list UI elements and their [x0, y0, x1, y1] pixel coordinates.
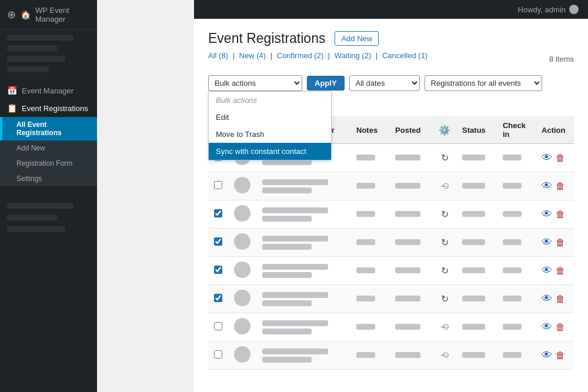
sidebar-item-event-manager[interactable]: 📅 Event Manager [0, 82, 97, 99]
status-ph [462, 239, 485, 245]
sidebar-item-event-registrations-label: Event Registrations [22, 104, 88, 113]
col-header-posted: Posted [389, 116, 433, 144]
cancelled-filter-link[interactable]: Cancelled (1) [382, 51, 427, 60]
sidebar-item-registration-form[interactable]: Registration Form [0, 156, 97, 171]
view-icon[interactable]: 👁 [542, 208, 552, 220]
row-checkbox[interactable] [214, 294, 222, 302]
notes-ph [356, 239, 375, 245]
sidebar-submenu: All Event Registrations Add New Registra… [0, 117, 97, 186]
sidebar-bottom-placeholders [0, 196, 97, 244]
view-icon[interactable]: 👁 [542, 180, 552, 192]
checkin-ph [503, 267, 522, 273]
sidebar-item-all-registrations[interactable]: All Event Registrations [0, 117, 97, 140]
action-icons: 👁🗑 [542, 349, 568, 361]
event-detail-ph [262, 272, 312, 278]
dd-sync-constant-item[interactable]: Sync with constant contact [209, 143, 331, 160]
row-checkbox[interactable] [214, 209, 222, 217]
avatar [234, 177, 250, 193]
delete-icon[interactable]: 🗑 [556, 209, 565, 220]
sidebar-ph-b1 [7, 203, 74, 209]
notes-ph [356, 267, 375, 273]
status-ph [462, 155, 485, 160]
col-header-checkin: Check in [497, 116, 536, 144]
posted-ph [395, 211, 420, 217]
user-avatar [569, 5, 579, 14]
delete-icon[interactable]: 🗑 [556, 237, 565, 248]
all-filter-link[interactable]: All (8) [208, 51, 228, 60]
view-icon[interactable]: 👁 [542, 293, 552, 305]
sidebar-item-event-registrations[interactable]: 📋 Event Registrations [0, 99, 97, 117]
row-checkbox[interactable] [214, 322, 222, 330]
status-ph [462, 267, 485, 273]
view-icon[interactable]: 👁 [542, 321, 552, 333]
dd-move-trash-item[interactable]: Move to Trash [209, 126, 331, 143]
status-ph [462, 352, 485, 358]
notes-ph [356, 155, 375, 160]
event-name-ph [262, 179, 328, 185]
avatar [234, 233, 250, 250]
table-row: ⟲👁🗑 [208, 313, 574, 341]
status-filter-nav: All (8) | New (4) | Confirmed (2) | Wait… [208, 51, 427, 60]
view-icon[interactable]: 👁 [542, 264, 552, 277]
delete-icon[interactable]: 🗑 [556, 322, 565, 333]
sidebar-ph-4 [7, 66, 49, 72]
waiting-filter-link[interactable]: Waiting (2) [335, 51, 371, 60]
sidebar-ph-2 [7, 45, 57, 51]
page-content: Event Registrations Add New All (8) | Ne… [194, 19, 588, 392]
site-name[interactable]: WP Event Manager [35, 6, 90, 24]
delete-icon[interactable]: 🗑 [556, 266, 565, 276]
dd-bulk-actions-header: Bulk actions [209, 92, 331, 109]
event-filter-select[interactable]: Registrations for all events [425, 75, 542, 91]
view-icon[interactable]: 👁 [542, 349, 552, 361]
action-icons: 👁🗑 [542, 180, 568, 192]
status-ph [462, 183, 485, 189]
view-icon[interactable]: 👁 [542, 236, 552, 249]
sync-icon: ↻ [441, 266, 449, 276]
table-row: ↻👁🗑 [208, 229, 574, 257]
bulk-actions-dropdown[interactable]: Bulk actions Bulk actions Edit Move to T… [208, 75, 302, 91]
bulk-actions-select[interactable]: Bulk actions [208, 75, 302, 91]
delete-icon[interactable]: 🗑 [556, 181, 565, 192]
status-ph [462, 296, 485, 301]
home-icon[interactable]: 🏠 [21, 10, 31, 19]
event-detail-ph [262, 329, 312, 334]
delete-icon[interactable]: 🗑 [556, 350, 565, 361]
sidebar-header: ⊕ 🏠 WP Event Manager [0, 0, 97, 30]
apply-button[interactable]: ApplY [307, 76, 345, 91]
delete-icon[interactable]: 🗑 [556, 153, 565, 163]
sidebar-item-event-manager-label: Event Manager [22, 86, 74, 95]
sidebar-item-add-new[interactable]: Add New [0, 140, 97, 156]
event-detail-ph [262, 300, 312, 306]
event-name-ph [262, 349, 328, 354]
view-icon[interactable]: 👁 [542, 152, 552, 164]
add-new-button[interactable]: Add New [335, 31, 379, 46]
toolbar: Bulk actions Bulk actions Edit Move to T… [208, 72, 574, 114]
row-checkbox[interactable] [214, 181, 222, 189]
new-filter-link[interactable]: New (4) [239, 51, 266, 60]
event-manager-icon: 📅 [7, 86, 17, 95]
wp-logo-icon: ⊕ [7, 8, 16, 21]
posted-ph [395, 296, 420, 301]
col-header-status: Status [456, 116, 497, 144]
date-filter-select[interactable]: All dates [349, 75, 420, 91]
row-checkbox[interactable] [214, 266, 222, 274]
sidebar-item-settings[interactable]: Settings [0, 171, 97, 186]
confirmed-filter-link[interactable]: Confirmed (2) [277, 51, 323, 60]
table-row: ⟲👁🗑 [208, 341, 574, 370]
row-checkbox[interactable] [214, 237, 222, 246]
no-sync-icon: ⟲ [441, 350, 449, 361]
checkin-ph [503, 352, 522, 358]
event-registrations-icon: 📋 [7, 103, 17, 113]
notes-ph [356, 352, 375, 358]
status-ph [462, 324, 485, 330]
dd-edit-item[interactable]: Edit [209, 109, 331, 126]
checkin-ph [503, 155, 522, 160]
row-checkbox[interactable] [214, 350, 222, 359]
delete-icon[interactable]: 🗑 [556, 294, 565, 304]
page-title: Event Registrations [208, 31, 325, 46]
item-count: 8 items [549, 55, 574, 63]
sync-icon: ↻ [441, 153, 449, 163]
col-header-sync: ⚙️ [433, 116, 456, 144]
avatar [234, 205, 250, 222]
howdy-text: Howdy, admin [518, 5, 579, 14]
